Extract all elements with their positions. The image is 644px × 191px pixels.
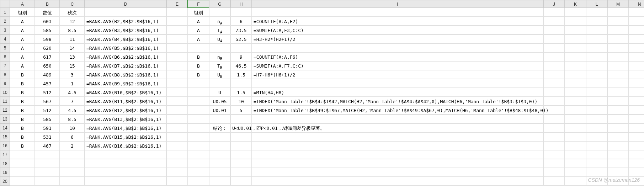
cell-N13[interactable]: [629, 115, 644, 123]
cell-L18[interactable]: [586, 159, 607, 168]
cell-I15[interactable]: [252, 132, 543, 141]
spreadsheet-grid[interactable]: ABCDEFGHIJKLMNOPQRST1组别数值秩次组别2A60312=RAN…: [0, 0, 644, 186]
cell-K6[interactable]: [565, 52, 586, 61]
col-header-C[interactable]: C: [60, 0, 85, 8]
cell-D18[interactable]: [85, 159, 166, 168]
cell-I9[interactable]: [252, 79, 543, 88]
cell-B15[interactable]: 531: [35, 132, 60, 141]
cell-K20[interactable]: [565, 177, 586, 186]
cell-J9[interactable]: [543, 79, 565, 88]
cell-I11[interactable]: =INDEX('Mann Table'!$B$4:$T$42,MATCH(H2,…: [252, 97, 543, 106]
cell-D12[interactable]: =RANK.AVG(B12,$B$2:$B$16,1): [85, 106, 166, 115]
cell-G10[interactable]: U: [209, 88, 230, 97]
cell-N8[interactable]: [629, 70, 644, 79]
cell-H16[interactable]: [230, 141, 252, 150]
cell-B10[interactable]: 512: [35, 88, 60, 97]
cell-D10[interactable]: =RANK.AVG(B10,$B$2:$B$16,1): [85, 88, 166, 97]
cell-B8[interactable]: 489: [35, 70, 60, 79]
cell-H15[interactable]: [230, 132, 252, 141]
cell-B16[interactable]: 467: [35, 141, 60, 150]
row-header-12[interactable]: 12: [0, 106, 10, 115]
cell-H9[interactable]: [230, 79, 252, 88]
cell-K9[interactable]: [565, 79, 586, 88]
cell-L7[interactable]: [586, 61, 607, 70]
cell-D2[interactable]: =RANK.AVG(B2,$B$2:$B$16,1): [85, 17, 166, 26]
cell-N12[interactable]: [629, 106, 644, 115]
cell-C5[interactable]: 14: [60, 43, 85, 52]
col-header-J[interactable]: J: [543, 0, 565, 8]
cell-E3[interactable]: [166, 26, 188, 35]
cell-L11[interactable]: [586, 97, 607, 106]
row-header-2[interactable]: 2: [0, 17, 10, 26]
cell-C17[interactable]: [60, 150, 85, 159]
cell-G8[interactable]: UB: [209, 70, 230, 79]
cell-J12[interactable]: [543, 106, 565, 115]
cell-J5[interactable]: [543, 43, 565, 52]
row-header-4[interactable]: 4: [0, 35, 10, 43]
col-header-L[interactable]: L: [586, 0, 607, 8]
col-header-E[interactable]: E: [166, 0, 188, 8]
cell-H7[interactable]: 46.5: [230, 61, 252, 70]
cell-F15[interactable]: [188, 132, 209, 141]
cell-K8[interactable]: [565, 70, 586, 79]
cell-D3[interactable]: =RANK.AVG(B3,$B$2:$B$16,1): [85, 26, 166, 35]
cell-C9[interactable]: 1: [60, 79, 85, 88]
cell-L10[interactable]: [586, 88, 607, 97]
cell-B6[interactable]: 617: [35, 52, 60, 61]
cell-M19[interactable]: [607, 168, 629, 177]
cell-F7[interactable]: B: [188, 61, 209, 70]
col-header-G[interactable]: G: [209, 0, 230, 8]
cell-K5[interactable]: [565, 43, 586, 52]
cell-M7[interactable]: [607, 61, 629, 70]
cell-A20[interactable]: [10, 177, 35, 186]
cell-A8[interactable]: B: [10, 70, 35, 79]
cell-C14[interactable]: 10: [60, 123, 85, 132]
cell-E13[interactable]: [166, 115, 188, 123]
cell-L4[interactable]: [586, 35, 607, 43]
cell-F5[interactable]: [188, 43, 209, 52]
cell-J19[interactable]: [543, 168, 565, 177]
cell-M13[interactable]: [607, 115, 629, 123]
cell-L8[interactable]: [586, 70, 607, 79]
cell-E18[interactable]: [166, 159, 188, 168]
cell-L9[interactable]: [586, 79, 607, 88]
cell-A9[interactable]: B: [10, 79, 35, 88]
cell-K3[interactable]: [565, 26, 586, 35]
cell-M16[interactable]: [607, 141, 629, 150]
cell-K18[interactable]: [565, 159, 586, 168]
cell-G9[interactable]: [209, 79, 230, 88]
cell-L12[interactable]: [586, 106, 607, 115]
cell-B5[interactable]: 620: [35, 43, 60, 52]
cell-H6[interactable]: 9: [230, 52, 252, 61]
cell-I16[interactable]: [252, 141, 543, 150]
cell-G5[interactable]: [209, 43, 230, 52]
cell-H17[interactable]: [230, 150, 252, 159]
cell-M1[interactable]: [607, 8, 629, 17]
cell-N1[interactable]: [629, 8, 644, 17]
cell-N6[interactable]: [629, 52, 644, 61]
row-header-10[interactable]: 10: [0, 88, 10, 97]
cell-H10[interactable]: 1.5: [230, 88, 252, 97]
cell-D13[interactable]: =RANK.AVG(B13,$B$2:$B$16,1): [85, 115, 166, 123]
cell-E12[interactable]: [166, 106, 188, 115]
cell-J7[interactable]: [543, 61, 565, 70]
row-header-15[interactable]: 15: [0, 132, 10, 141]
cell-M6[interactable]: [607, 52, 629, 61]
cell-G20[interactable]: [209, 177, 230, 186]
cell-J14[interactable]: [543, 123, 565, 132]
cell-H18[interactable]: [230, 159, 252, 168]
cell-L14[interactable]: [586, 123, 607, 132]
cell-F6[interactable]: B: [188, 52, 209, 61]
cell-B3[interactable]: 585: [35, 26, 60, 35]
cell-E7[interactable]: [166, 61, 188, 70]
cell-A4[interactable]: A: [10, 35, 35, 43]
cell-I20[interactable]: [252, 177, 543, 186]
cell-C19[interactable]: [60, 168, 85, 177]
cell-J2[interactable]: [543, 17, 565, 26]
row-header-8[interactable]: 8: [0, 70, 10, 79]
cell-K1[interactable]: [565, 8, 586, 17]
cell-J20[interactable]: [543, 177, 565, 186]
cell-B18[interactable]: [35, 159, 60, 168]
cell-M9[interactable]: [607, 79, 629, 88]
cell-E8[interactable]: [166, 70, 188, 79]
